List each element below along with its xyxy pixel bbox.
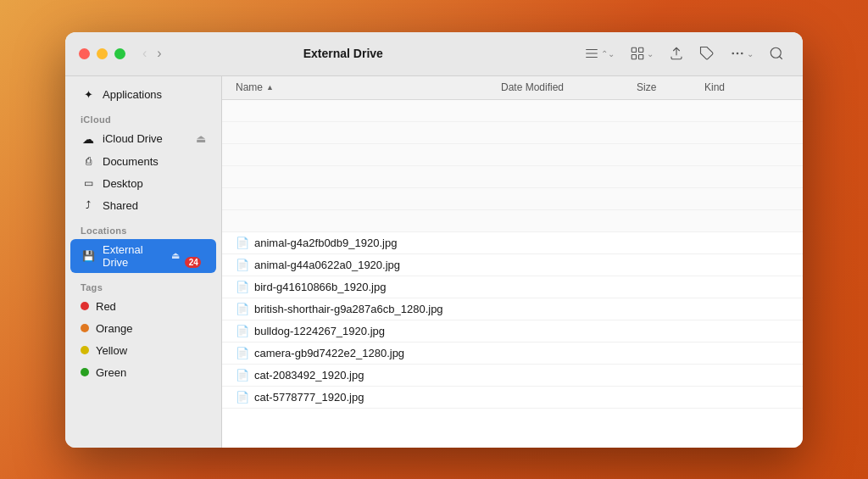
table-row[interactable]: 📄 animal-g44a0622a0_1920.jpg	[222, 254, 803, 276]
svg-rect-6	[639, 55, 643, 59]
sidebar-item-label: Shared	[103, 199, 138, 212]
sidebar-item-label: Documents	[103, 155, 159, 168]
sidebar-item-label: Orange	[96, 322, 132, 335]
file-name-cell: 📄 cat-5778777_1920.jpg	[236, 391, 789, 404]
window-title: External Drive	[108, 47, 579, 60]
search-button[interactable]	[764, 42, 789, 64]
sidebar-item-tag-red[interactable]: Red	[70, 296, 216, 317]
svg-rect-5	[632, 55, 636, 59]
share-icon	[669, 46, 684, 61]
sidebar-item-external-drive[interactable]: 💾 External Drive ⏏ 24	[70, 239, 216, 273]
svg-rect-4	[639, 47, 643, 52]
file-icon: 📄	[236, 347, 249, 359]
sidebar-item-documents[interactable]: ⎙ Documents	[70, 151, 216, 172]
sidebar-item-applications[interactable]: ✦ Applications	[70, 84, 216, 105]
desktop-icon: ▭	[81, 177, 96, 189]
tags-section-label: Tags	[65, 274, 221, 295]
file-icon: 📄	[236, 369, 249, 382]
column-name[interactable]: Name ▲	[236, 81, 501, 93]
more-chevron-icon: ⌄	[747, 49, 754, 58]
svg-point-9	[742, 53, 743, 54]
grid-chevron-icon: ⌄	[647, 49, 654, 58]
svg-point-8	[737, 53, 738, 54]
file-icon: 📄	[236, 391, 249, 404]
yellow-dot-icon	[81, 346, 89, 354]
table-row[interactable]	[222, 122, 803, 144]
green-dot-icon	[81, 368, 89, 376]
table-row[interactable]: 📄 bulldog-1224267_1920.jpg	[222, 320, 803, 343]
sidebar-item-tag-yellow[interactable]: Yellow	[70, 340, 216, 361]
shared-icon: ⤴	[81, 199, 96, 211]
file-name-text: cat-2083492_1920.jpg	[254, 369, 364, 382]
svg-line-12	[779, 56, 782, 58]
table-row[interactable]: 📄 british-shorthair-g9a287a6cb_1280.jpg	[222, 298, 803, 320]
grid-icon	[630, 46, 645, 61]
tag-button[interactable]	[694, 42, 720, 64]
tag-icon	[699, 46, 715, 61]
column-date-modified[interactable]: Date Modified	[501, 81, 637, 93]
file-name-text: british-shorthair-g9a287a6cb_1280.jpg	[254, 303, 443, 315]
svg-point-11	[771, 47, 781, 58]
column-kind[interactable]: Kind	[704, 81, 789, 93]
list-view-button[interactable]: ⌃⌄	[579, 42, 620, 64]
locations-section-label: Locations	[65, 217, 221, 238]
sidebar-item-shared[interactable]: ⤴ Shared	[70, 195, 216, 216]
file-name-text: animal-g4a2fb0db9_1920.jpg	[254, 237, 397, 249]
minimize-button[interactable]	[97, 48, 108, 59]
main-content: ✦ Applications iCloud ☁ iCloud Drive ⏏ ⎙…	[65, 76, 803, 448]
sort-arrow-icon: ▲	[266, 83, 274, 92]
file-name-cell: 📄 animal-g4a2fb0db9_1920.jpg	[236, 237, 789, 249]
share-button[interactable]	[664, 42, 689, 64]
column-size[interactable]: Size	[637, 81, 704, 93]
column-name-label: Name	[236, 81, 263, 93]
table-row[interactable]	[222, 188, 803, 210]
file-name-text: animal-g44a0622a0_1920.jpg	[254, 259, 400, 271]
table-row[interactable]: 📄 cat-2083492_1920.jpg	[222, 365, 803, 387]
svg-rect-3	[632, 47, 636, 52]
sidebar-item-label: iCloud Drive	[103, 132, 163, 145]
icloud-icon: ☁	[81, 132, 96, 146]
grid-view-button[interactable]: ⌄	[625, 42, 659, 64]
sidebar-item-icloud-drive[interactable]: ☁ iCloud Drive ⏏	[70, 128, 216, 150]
table-row[interactable]	[222, 210, 803, 232]
ellipsis-icon	[730, 46, 745, 61]
file-name-cell: 📄 bulldog-1224267_1920.jpg	[236, 325, 789, 337]
search-icon	[769, 46, 784, 61]
sidebar-item-desktop[interactable]: ▭ Desktop	[70, 173, 216, 194]
more-button[interactable]: ⌄	[725, 42, 759, 64]
eject-drive-icon[interactable]: ⏏	[168, 250, 183, 261]
orange-dot-icon	[81, 324, 89, 332]
drive-badge: 24	[185, 257, 201, 268]
icloud-section-label: iCloud	[65, 106, 221, 127]
file-name-cell: 📄 bird-g41610866b_1920.jpg	[236, 281, 789, 293]
file-icon: 📄	[236, 325, 249, 337]
sidebar-item-label: Green	[96, 366, 126, 379]
file-name-text: bird-g41610866b_1920.jpg	[254, 281, 386, 293]
sidebar-item-tag-orange[interactable]: Orange	[70, 318, 216, 339]
table-row[interactable]	[222, 100, 803, 122]
file-name-cell: 📄 cat-2083492_1920.jpg	[236, 369, 789, 382]
table-row[interactable]: 📄 camera-gb9d7422e2_1280.jpg	[222, 343, 803, 365]
sort-chevron-icon: ⌃⌄	[601, 49, 615, 58]
titlebar-actions: ⌃⌄ ⌄	[579, 42, 789, 64]
file-icon: 📄	[236, 259, 249, 271]
red-dot-icon	[81, 302, 89, 310]
sidebar-item-label: Desktop	[103, 177, 143, 190]
file-name-cell: 📄 animal-g44a0622a0_1920.jpg	[236, 259, 789, 271]
table-row[interactable]	[222, 166, 803, 188]
close-button[interactable]	[79, 48, 90, 59]
file-icon: 📄	[236, 237, 249, 249]
table-row[interactable]: 📄 animal-g4a2fb0db9_1920.jpg	[222, 232, 803, 254]
sidebar: ✦ Applications iCloud ☁ iCloud Drive ⏏ ⎙…	[65, 76, 222, 448]
table-row[interactable]	[222, 144, 803, 166]
eject-icon[interactable]: ⏏	[196, 132, 206, 145]
titlebar: ‹ › External Drive ⌃⌄ ⌄	[65, 32, 803, 76]
sidebar-item-tag-green[interactable]: Green	[70, 362, 216, 383]
table-row[interactable]: 📄 cat-5778777_1920.jpg	[222, 387, 803, 409]
table-row[interactable]: 📄 bird-g41610866b_1920.jpg	[222, 276, 803, 298]
file-icon: 📄	[236, 303, 249, 315]
file-name-cell: 📄 camera-gb9d7422e2_1280.jpg	[236, 347, 789, 359]
sidebar-item-label: Yellow	[96, 344, 127, 357]
filelist: Name ▲ Date Modified Size Kind 📄	[222, 76, 803, 448]
file-name-text: bulldog-1224267_1920.jpg	[254, 325, 385, 337]
